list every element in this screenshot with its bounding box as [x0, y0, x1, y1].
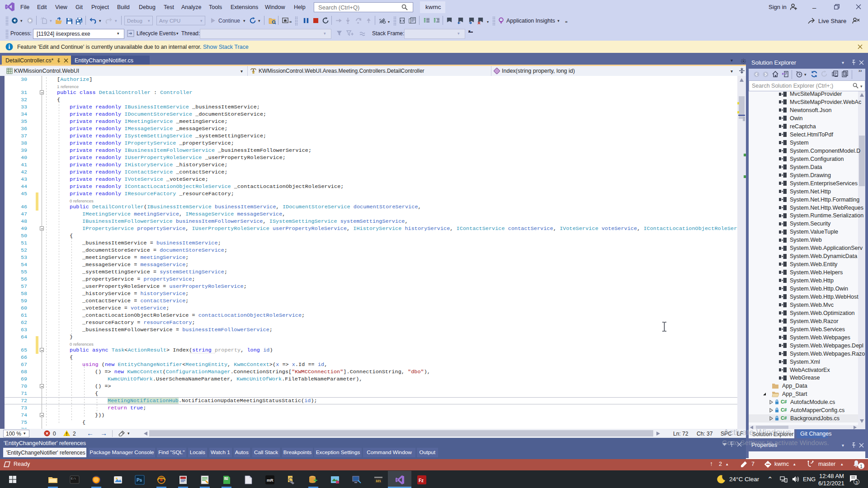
svg-text:Fz: Fz — [419, 478, 424, 483]
svg-text:C:\: C:\ — [71, 477, 76, 480]
svg-text:LITE: LITE — [225, 478, 229, 480]
svg-text:321: 321 — [376, 479, 381, 483]
svg-text:Ps: Ps — [137, 478, 142, 483]
svg-text:mR: mR — [267, 478, 274, 483]
